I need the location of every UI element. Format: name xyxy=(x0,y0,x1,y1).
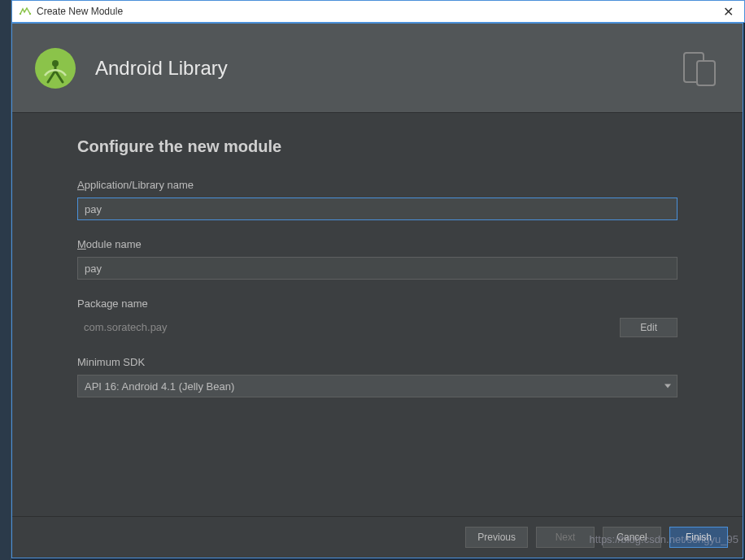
min-sdk-value: API 16: Android 4.1 (Jelly Bean) xyxy=(85,380,234,393)
android-studio-logo-icon xyxy=(35,48,76,89)
min-sdk-group: Minimum SDK API 16: Android 4.1 (Jelly B… xyxy=(77,356,677,397)
close-icon[interactable]: ✕ xyxy=(718,4,738,20)
svg-point-1 xyxy=(29,13,31,15)
dialog-header: Android Library xyxy=(12,24,743,113)
svg-point-0 xyxy=(20,13,21,15)
module-name-group: Module name xyxy=(77,238,677,280)
edit-package-button[interactable]: Edit xyxy=(620,318,677,337)
section-title: Configure the new module xyxy=(77,137,677,156)
package-name-label: Package name xyxy=(77,297,677,310)
min-sdk-label: Minimum SDK xyxy=(77,356,677,368)
package-name-group: Package name com.soratech.pay Edit xyxy=(77,297,677,338)
module-name-label: Module name xyxy=(77,238,677,250)
svg-rect-4 xyxy=(697,61,715,85)
app-name-input[interactable] xyxy=(77,198,677,220)
package-name-value: com.soratech.pay xyxy=(77,316,610,338)
window-title: Create New Module xyxy=(37,6,718,17)
app-name-label: Application/Library name xyxy=(77,179,677,191)
previous-button[interactable]: Previous xyxy=(465,527,528,548)
dialog-content: Configure the new module Application/Lib… xyxy=(12,113,743,516)
min-sdk-select[interactable]: API 16: Android 4.1 (Jelly Bean) xyxy=(77,375,677,397)
android-studio-icon xyxy=(19,7,32,15)
module-name-input[interactable] xyxy=(77,257,677,280)
dialog-footer: Previous Next Cancel Finish xyxy=(12,516,743,558)
cancel-button[interactable]: Cancel xyxy=(603,527,661,548)
next-button: Next xyxy=(536,527,595,548)
header-title: Android Library xyxy=(95,57,679,80)
chevron-down-icon xyxy=(664,384,671,389)
titlebar: Create New Module ✕ xyxy=(11,0,745,23)
dialog-body: Android Library Configure the new module… xyxy=(11,23,743,558)
app-name-group: Application/Library name xyxy=(77,179,677,220)
devices-icon xyxy=(679,48,720,89)
finish-button[interactable]: Finish xyxy=(669,527,728,548)
editor-gutter xyxy=(0,0,11,560)
